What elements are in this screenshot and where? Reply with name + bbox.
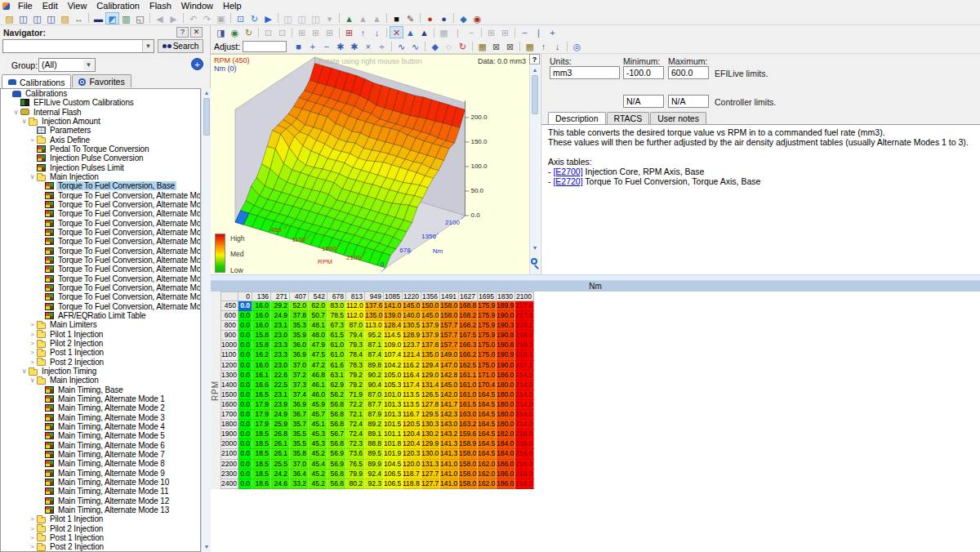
tree-item[interactable]: Main Timing, Alternate Mode 1 xyxy=(1,394,200,403)
table-cell[interactable]: 127.7 xyxy=(421,479,440,489)
table-cell[interactable]: 79.3 xyxy=(346,341,365,350)
table-cell[interactable]: 24.6 xyxy=(271,479,290,489)
menu-item-edit[interactable]: Edit xyxy=(38,0,63,11)
table-cell[interactable]: 16.0 xyxy=(252,301,271,311)
table-cell[interactable]: 87.1 xyxy=(365,341,384,350)
table-cell[interactable]: 72.2 xyxy=(346,400,365,410)
tree-item[interactable]: >Post 2 Injection xyxy=(1,542,200,551)
chevron-down-icon[interactable]: ▼ xyxy=(83,60,94,70)
table-cell[interactable]: 15.8 xyxy=(252,341,271,350)
table-cell[interactable]: 216.0 xyxy=(515,430,534,439)
table-cell[interactable]: 26.1 xyxy=(271,449,290,459)
table-cell[interactable]: 186.0 xyxy=(497,479,515,489)
table-cell[interactable]: 190.0 xyxy=(497,311,515,321)
expand-icon[interactable]: > xyxy=(29,136,36,144)
table-cell[interactable]: 0.0 xyxy=(238,311,252,321)
table-cell[interactable]: 118.7 xyxy=(403,470,421,479)
tree-item[interactable]: Main Timing, Alternate Mode 7 xyxy=(1,450,200,459)
table-cell[interactable]: 67.3 xyxy=(327,321,346,331)
table-cell[interactable]: 0.0 xyxy=(238,430,252,439)
table-cell[interactable]: 104.2 xyxy=(384,361,403,371)
table-cell[interactable]: 56.8 xyxy=(327,479,346,489)
table-cell[interactable]: 101.3 xyxy=(384,410,403,420)
table-cell[interactable]: 56.8 xyxy=(327,410,346,420)
table-cell[interactable]: 116.2 xyxy=(403,361,421,371)
row-header[interactable]: 1100 xyxy=(220,350,238,360)
tree-item[interactable]: Main Timing, Alternate Mode 11 xyxy=(1,487,200,496)
table-cell[interactable]: 190.0 xyxy=(497,361,515,371)
sync-icon[interactable]: ↻ xyxy=(247,12,261,24)
table-cell[interactable]: 105.0 xyxy=(384,371,403,381)
table-cell[interactable]: 218.2 xyxy=(515,321,534,331)
tree-item[interactable]: >Pilot 2 Injection xyxy=(1,339,200,348)
row-header[interactable]: 1900 xyxy=(220,430,238,439)
table-cell[interactable]: 56.2 xyxy=(327,390,346,400)
table-cell[interactable]: 45.1 xyxy=(309,420,327,430)
table-cell[interactable]: 90.4 xyxy=(365,381,384,390)
table-cell[interactable]: 36.9 xyxy=(290,350,309,360)
table-cell[interactable]: 157.7 xyxy=(440,331,459,341)
table-cell[interactable]: 161.0 xyxy=(459,390,478,400)
search-input[interactable]: ▼ xyxy=(2,39,154,53)
tree-item[interactable]: >Main Limiters xyxy=(1,320,200,329)
table-cell[interactable]: 216.0 xyxy=(515,460,534,470)
table-cell[interactable]: 121.4 xyxy=(403,350,421,360)
collapse-icon[interactable]: ∨ xyxy=(12,109,20,116)
table-cell[interactable]: 143.2 xyxy=(440,430,459,439)
table-cell[interactable]: 214.0 xyxy=(515,390,534,400)
set-value-icon[interactable]: ■ xyxy=(292,40,305,52)
table-cell[interactable]: 79.4 xyxy=(346,331,365,341)
table-cell[interactable]: 22.5 xyxy=(271,381,290,390)
table-cell[interactable]: 130.5 xyxy=(403,321,421,331)
table-cell[interactable]: 101.0 xyxy=(384,390,403,400)
table-cell[interactable]: 23.3 xyxy=(271,341,290,350)
table-cell[interactable]: 46.1 xyxy=(309,381,327,390)
scroll-down-icon[interactable]: ▼ xyxy=(530,243,540,253)
scrollbar-thumb[interactable] xyxy=(203,98,210,136)
table-cell[interactable]: 18.5 xyxy=(252,470,271,479)
table-cell[interactable]: 105.3 xyxy=(384,381,403,390)
table-cell[interactable]: 158.0 xyxy=(459,470,478,479)
table-cell[interactable]: 131.4 xyxy=(421,381,440,390)
table-cell[interactable]: 18.5 xyxy=(252,460,271,470)
table-cell[interactable]: 89.5 xyxy=(365,449,384,459)
table-cell[interactable]: 17.9 xyxy=(252,410,271,420)
menu-item-view[interactable]: View xyxy=(63,0,92,11)
tree-item[interactable]: Main Timing, Alternate Mode 13 xyxy=(1,505,200,514)
row-header[interactable]: 2200 xyxy=(220,460,238,470)
duplicate-icon[interactable]: ◫ xyxy=(295,12,309,24)
navigator-icon[interactable]: ◩ xyxy=(105,12,119,24)
table-cell[interactable]: 101.3 xyxy=(384,400,403,410)
column-header[interactable]: 678 xyxy=(327,292,346,301)
table-cell[interactable]: 72.4 xyxy=(346,430,365,439)
table-cell[interactable]: 113.5 xyxy=(403,390,421,400)
table-cell[interactable]: 175.0 xyxy=(478,350,497,360)
menu-item-help[interactable]: Help xyxy=(218,0,247,11)
table-cell[interactable]: 89.2 xyxy=(365,420,384,430)
table-cell[interactable]: 45.3 xyxy=(309,439,327,449)
table-cell[interactable]: 168.2 xyxy=(459,311,478,321)
table-cell[interactable]: 216.0 xyxy=(515,439,534,449)
table-cell[interactable]: 95.2 xyxy=(365,331,384,341)
table-cell[interactable]: 18.6 xyxy=(252,479,271,489)
table-cell[interactable]: 37.0 xyxy=(290,460,309,470)
flash-read-icon[interactable]: ▲ xyxy=(342,12,356,24)
table-cell[interactable]: 87.0 xyxy=(365,390,384,400)
row-header[interactable]: 600 xyxy=(220,311,238,321)
selected-cell[interactable]: 0.0 xyxy=(238,301,252,311)
table-cell[interactable]: 18.5 xyxy=(252,430,271,439)
add-group-button[interactable]: + xyxy=(191,58,203,70)
table-cell[interactable]: 104.5 xyxy=(384,460,403,470)
table-cell[interactable]: 190.8 xyxy=(497,341,515,350)
table-cell[interactable]: 0.0 xyxy=(238,381,252,390)
row-header[interactable]: 1800 xyxy=(220,420,238,430)
about-icon[interactable]: ◉ xyxy=(470,12,484,24)
table-cell[interactable]: 190.9 xyxy=(497,350,515,360)
obd-blue-icon[interactable]: ● xyxy=(437,12,451,24)
table-cell[interactable]: 141.3 xyxy=(440,439,459,449)
table-cell[interactable]: 16.0 xyxy=(252,311,271,321)
tree-item[interactable]: >Axis Define xyxy=(1,136,200,145)
table-cell[interactable]: 150.0 xyxy=(421,301,440,311)
table-cell[interactable]: 33.2 xyxy=(290,479,309,489)
tree-item[interactable]: Main Timing, Alternate Mode 8 xyxy=(1,459,200,468)
